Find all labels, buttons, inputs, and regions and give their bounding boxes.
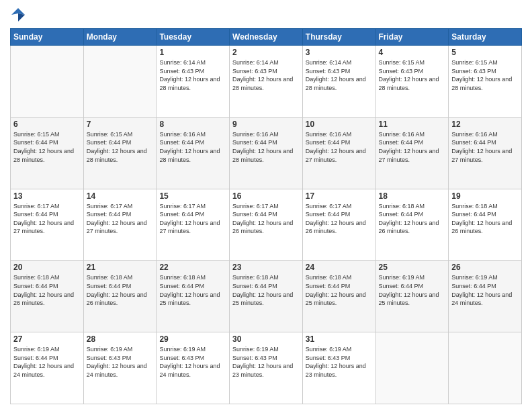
day-info: Sunrise: 6:19 AM Sunset: 6:44 PM Dayligh… (13, 345, 81, 379)
week-row-4: 20Sunrise: 6:18 AM Sunset: 6:44 PM Dayli… (11, 261, 522, 332)
calendar-cell: 22Sunrise: 6:18 AM Sunset: 6:44 PM Dayli… (157, 261, 230, 332)
calendar-cell: 24Sunrise: 6:18 AM Sunset: 6:44 PM Dayli… (302, 261, 375, 332)
day-info: Sunrise: 6:19 AM Sunset: 6:43 PM Dayligh… (159, 345, 226, 379)
day-info: Sunrise: 6:16 AM Sunset: 6:44 PM Dayligh… (159, 130, 226, 164)
day-number: 13 (13, 191, 81, 201)
day-info: Sunrise: 6:19 AM Sunset: 6:43 PM Dayligh… (232, 345, 300, 379)
day-number: 6 (13, 120, 81, 129)
calendar-cell: 31Sunrise: 6:19 AM Sunset: 6:43 PM Dayli… (302, 332, 375, 404)
day-number: 27 (13, 334, 81, 344)
day-number: 20 (13, 263, 81, 272)
day-info: Sunrise: 6:19 AM Sunset: 6:43 PM Dayligh… (87, 345, 154, 379)
day-info: Sunrise: 6:17 AM Sunset: 6:44 PM Dayligh… (232, 202, 300, 236)
day-number: 22 (159, 263, 226, 272)
calendar-cell: 21Sunrise: 6:18 AM Sunset: 6:44 PM Dayli… (83, 261, 157, 332)
calendar-cell: 19Sunrise: 6:18 AM Sunset: 6:44 PM Dayli… (449, 189, 522, 261)
day-info: Sunrise: 6:18 AM Sunset: 6:44 PM Dayligh… (232, 273, 300, 307)
calendar-cell: 14Sunrise: 6:17 AM Sunset: 6:44 PM Dayli… (83, 189, 157, 261)
day-info: Sunrise: 6:16 AM Sunset: 6:44 PM Dayligh… (306, 130, 373, 164)
day-info: Sunrise: 6:18 AM Sunset: 6:44 PM Dayligh… (451, 202, 519, 236)
day-number: 2 (232, 48, 300, 57)
calendar-cell: 7Sunrise: 6:15 AM Sunset: 6:44 PM Daylig… (83, 117, 157, 189)
day-number: 21 (87, 263, 154, 272)
calendar-cell: 5Sunrise: 6:15 AM Sunset: 6:43 PM Daylig… (449, 46, 522, 118)
calendar-cell (11, 46, 84, 118)
day-number: 7 (87, 120, 154, 129)
day-info: Sunrise: 6:14 AM Sunset: 6:43 PM Dayligh… (306, 58, 373, 92)
calendar-cell: 1Sunrise: 6:14 AM Sunset: 6:43 PM Daylig… (157, 46, 230, 118)
week-row-5: 27Sunrise: 6:19 AM Sunset: 6:44 PM Dayli… (11, 332, 522, 404)
day-number: 11 (379, 120, 446, 129)
day-number: 15 (159, 191, 226, 201)
day-number: 31 (306, 334, 373, 344)
calendar-cell: 29Sunrise: 6:19 AM Sunset: 6:43 PM Dayli… (157, 332, 230, 404)
day-number: 5 (451, 48, 519, 57)
day-info: Sunrise: 6:16 AM Sunset: 6:44 PM Dayligh… (451, 130, 519, 164)
calendar-cell: 12Sunrise: 6:16 AM Sunset: 6:44 PM Dayli… (449, 117, 522, 189)
logo-icon (10, 7, 26, 23)
weekday-header-sunday: Sunday (11, 29, 84, 46)
day-info: Sunrise: 6:16 AM Sunset: 6:44 PM Dayligh… (379, 130, 446, 164)
day-info: Sunrise: 6:15 AM Sunset: 6:43 PM Dayligh… (379, 58, 446, 92)
calendar-cell (83, 46, 157, 118)
weekday-header-tuesday: Tuesday (157, 29, 230, 46)
calendar-cell: 2Sunrise: 6:14 AM Sunset: 6:43 PM Daylig… (230, 46, 303, 118)
calendar-cell: 23Sunrise: 6:18 AM Sunset: 6:44 PM Dayli… (230, 261, 303, 332)
weekday-header-saturday: Saturday (449, 29, 522, 46)
week-row-2: 6Sunrise: 6:15 AM Sunset: 6:44 PM Daylig… (11, 117, 522, 189)
day-number: 19 (451, 191, 519, 201)
calendar-cell: 10Sunrise: 6:16 AM Sunset: 6:44 PM Dayli… (302, 117, 375, 189)
day-number: 17 (306, 191, 373, 201)
day-number: 25 (379, 263, 446, 272)
day-number: 12 (451, 120, 519, 129)
day-info: Sunrise: 6:14 AM Sunset: 6:43 PM Dayligh… (232, 58, 300, 92)
calendar-cell: 30Sunrise: 6:19 AM Sunset: 6:43 PM Dayli… (230, 332, 303, 404)
day-info: Sunrise: 6:19 AM Sunset: 6:43 PM Dayligh… (306, 345, 373, 379)
day-info: Sunrise: 6:15 AM Sunset: 6:44 PM Dayligh… (13, 130, 81, 164)
day-number: 14 (87, 191, 154, 201)
day-info: Sunrise: 6:17 AM Sunset: 6:44 PM Dayligh… (87, 202, 154, 236)
day-number: 23 (232, 263, 300, 272)
day-info: Sunrise: 6:18 AM Sunset: 6:44 PM Dayligh… (159, 273, 226, 307)
day-number: 16 (232, 191, 300, 201)
calendar-cell: 17Sunrise: 6:17 AM Sunset: 6:44 PM Dayli… (302, 189, 375, 261)
day-number: 28 (87, 334, 154, 344)
day-number: 26 (451, 263, 519, 272)
day-info: Sunrise: 6:18 AM Sunset: 6:44 PM Dayligh… (13, 273, 81, 307)
day-info: Sunrise: 6:18 AM Sunset: 6:44 PM Dayligh… (306, 273, 373, 307)
day-info: Sunrise: 6:15 AM Sunset: 6:43 PM Dayligh… (451, 58, 519, 92)
day-number: 29 (159, 334, 226, 344)
day-number: 30 (232, 334, 300, 344)
weekday-header-friday: Friday (375, 29, 449, 46)
day-info: Sunrise: 6:18 AM Sunset: 6:44 PM Dayligh… (87, 273, 154, 307)
svg-marker-1 (18, 13, 25, 21)
week-row-3: 13Sunrise: 6:17 AM Sunset: 6:44 PM Dayli… (11, 189, 522, 261)
day-info: Sunrise: 6:15 AM Sunset: 6:44 PM Dayligh… (87, 130, 154, 164)
day-number: 3 (306, 48, 373, 57)
day-info: Sunrise: 6:16 AM Sunset: 6:44 PM Dayligh… (232, 130, 300, 164)
calendar-cell: 13Sunrise: 6:17 AM Sunset: 6:44 PM Dayli… (11, 189, 84, 261)
calendar-cell (449, 332, 522, 404)
calendar-cell: 26Sunrise: 6:19 AM Sunset: 6:44 PM Dayli… (449, 261, 522, 332)
calendar-cell: 25Sunrise: 6:19 AM Sunset: 6:44 PM Dayli… (375, 261, 449, 332)
calendar-cell: 4Sunrise: 6:15 AM Sunset: 6:43 PM Daylig… (375, 46, 449, 118)
calendar-cell: 6Sunrise: 6:15 AM Sunset: 6:44 PM Daylig… (11, 117, 84, 189)
header (10, 7, 522, 23)
day-number: 8 (159, 120, 226, 129)
calendar-cell: 27Sunrise: 6:19 AM Sunset: 6:44 PM Dayli… (11, 332, 84, 404)
day-info: Sunrise: 6:19 AM Sunset: 6:44 PM Dayligh… (379, 273, 446, 307)
calendar-cell: 20Sunrise: 6:18 AM Sunset: 6:44 PM Dayli… (11, 261, 84, 332)
logo (10, 7, 29, 23)
day-info: Sunrise: 6:19 AM Sunset: 6:44 PM Dayligh… (451, 273, 519, 307)
calendar-cell: 3Sunrise: 6:14 AM Sunset: 6:43 PM Daylig… (302, 46, 375, 118)
weekday-header-thursday: Thursday (302, 29, 375, 46)
day-number: 9 (232, 120, 300, 129)
day-info: Sunrise: 6:14 AM Sunset: 6:43 PM Dayligh… (159, 58, 226, 92)
weekday-header-row: SundayMondayTuesdayWednesdayThursdayFrid… (11, 29, 522, 46)
calendar-cell: 28Sunrise: 6:19 AM Sunset: 6:43 PM Dayli… (83, 332, 157, 404)
calendar-cell: 8Sunrise: 6:16 AM Sunset: 6:44 PM Daylig… (157, 117, 230, 189)
day-number: 18 (379, 191, 446, 201)
day-number: 4 (379, 48, 446, 57)
weekday-header-monday: Monday (83, 29, 157, 46)
calendar-cell: 11Sunrise: 6:16 AM Sunset: 6:44 PM Dayli… (375, 117, 449, 189)
